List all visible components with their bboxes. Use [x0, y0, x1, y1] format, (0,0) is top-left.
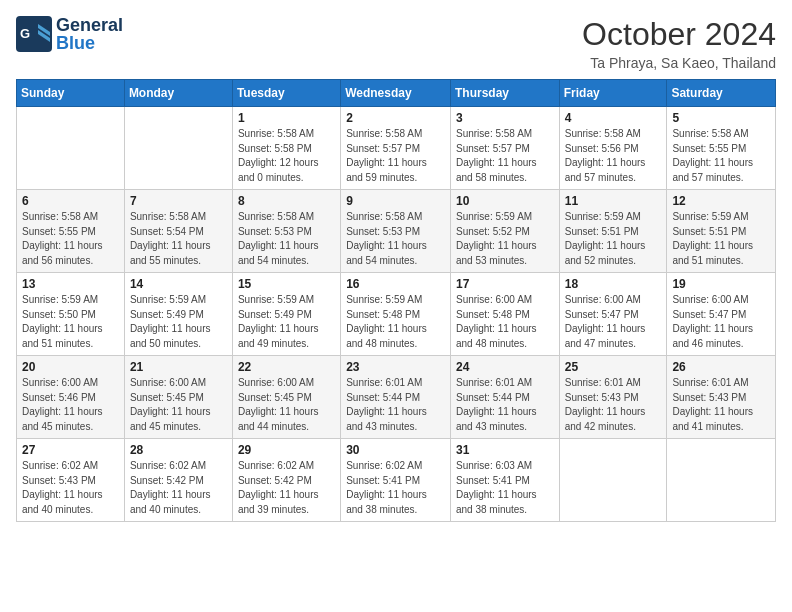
calendar-cell: [559, 439, 667, 522]
weekday-header-saturday: Saturday: [667, 80, 776, 107]
location-subtitle: Ta Phraya, Sa Kaeo, Thailand: [582, 55, 776, 71]
calendar-cell: 23Sunrise: 6:01 AMSunset: 5:44 PMDayligh…: [341, 356, 451, 439]
calendar-cell: 28Sunrise: 6:02 AMSunset: 5:42 PMDayligh…: [124, 439, 232, 522]
calendar-cell: 21Sunrise: 6:00 AMSunset: 5:45 PMDayligh…: [124, 356, 232, 439]
weekday-header-wednesday: Wednesday: [341, 80, 451, 107]
day-number: 15: [238, 277, 335, 291]
day-number: 29: [238, 443, 335, 457]
day-info: Sunrise: 5:59 AMSunset: 5:51 PMDaylight:…: [565, 210, 662, 268]
calendar-cell: 19Sunrise: 6:00 AMSunset: 5:47 PMDayligh…: [667, 273, 776, 356]
calendar-cell: [667, 439, 776, 522]
day-info: Sunrise: 5:58 AMSunset: 5:57 PMDaylight:…: [456, 127, 554, 185]
calendar-cell: 4Sunrise: 5:58 AMSunset: 5:56 PMDaylight…: [559, 107, 667, 190]
calendar-header-row: SundayMondayTuesdayWednesdayThursdayFrid…: [17, 80, 776, 107]
day-number: 17: [456, 277, 554, 291]
calendar-cell: 17Sunrise: 6:00 AMSunset: 5:48 PMDayligh…: [450, 273, 559, 356]
day-number: 7: [130, 194, 227, 208]
day-info: Sunrise: 5:58 AMSunset: 5:53 PMDaylight:…: [238, 210, 335, 268]
calendar-cell: 20Sunrise: 6:00 AMSunset: 5:46 PMDayligh…: [17, 356, 125, 439]
day-number: 1: [238, 111, 335, 125]
day-info: Sunrise: 5:58 AMSunset: 5:56 PMDaylight:…: [565, 127, 662, 185]
day-number: 5: [672, 111, 770, 125]
day-number: 28: [130, 443, 227, 457]
calendar-cell: 3Sunrise: 5:58 AMSunset: 5:57 PMDaylight…: [450, 107, 559, 190]
calendar-cell: 11Sunrise: 5:59 AMSunset: 5:51 PMDayligh…: [559, 190, 667, 273]
calendar-cell: 13Sunrise: 5:59 AMSunset: 5:50 PMDayligh…: [17, 273, 125, 356]
day-info: Sunrise: 6:02 AMSunset: 5:41 PMDaylight:…: [346, 459, 445, 517]
calendar-cell: 30Sunrise: 6:02 AMSunset: 5:41 PMDayligh…: [341, 439, 451, 522]
calendar-cell: 12Sunrise: 5:59 AMSunset: 5:51 PMDayligh…: [667, 190, 776, 273]
day-number: 25: [565, 360, 662, 374]
day-number: 23: [346, 360, 445, 374]
calendar-cell: [17, 107, 125, 190]
day-number: 13: [22, 277, 119, 291]
day-info: Sunrise: 5:58 AMSunset: 5:57 PMDaylight:…: [346, 127, 445, 185]
calendar-cell: 1Sunrise: 5:58 AMSunset: 5:58 PMDaylight…: [232, 107, 340, 190]
month-title: October 2024: [582, 16, 776, 53]
day-info: Sunrise: 5:58 AMSunset: 5:55 PMDaylight:…: [22, 210, 119, 268]
day-info: Sunrise: 5:59 AMSunset: 5:49 PMDaylight:…: [130, 293, 227, 351]
logo-icon: G: [16, 16, 52, 52]
day-info: Sunrise: 5:58 AMSunset: 5:58 PMDaylight:…: [238, 127, 335, 185]
calendar-week-row: 13Sunrise: 5:59 AMSunset: 5:50 PMDayligh…: [17, 273, 776, 356]
day-info: Sunrise: 5:59 AMSunset: 5:50 PMDaylight:…: [22, 293, 119, 351]
calendar-cell: 26Sunrise: 6:01 AMSunset: 5:43 PMDayligh…: [667, 356, 776, 439]
day-number: 6: [22, 194, 119, 208]
day-info: Sunrise: 6:00 AMSunset: 5:47 PMDaylight:…: [565, 293, 662, 351]
calendar-cell: [124, 107, 232, 190]
calendar-cell: 22Sunrise: 6:00 AMSunset: 5:45 PMDayligh…: [232, 356, 340, 439]
day-number: 14: [130, 277, 227, 291]
calendar-cell: 15Sunrise: 5:59 AMSunset: 5:49 PMDayligh…: [232, 273, 340, 356]
calendar-cell: 5Sunrise: 5:58 AMSunset: 5:55 PMDaylight…: [667, 107, 776, 190]
day-number: 30: [346, 443, 445, 457]
day-info: Sunrise: 6:02 AMSunset: 5:42 PMDaylight:…: [238, 459, 335, 517]
day-number: 8: [238, 194, 335, 208]
logo-text-blue: Blue: [56, 34, 123, 52]
calendar-cell: 27Sunrise: 6:02 AMSunset: 5:43 PMDayligh…: [17, 439, 125, 522]
day-info: Sunrise: 6:01 AMSunset: 5:43 PMDaylight:…: [565, 376, 662, 434]
day-number: 22: [238, 360, 335, 374]
calendar-cell: 31Sunrise: 6:03 AMSunset: 5:41 PMDayligh…: [450, 439, 559, 522]
calendar-cell: 8Sunrise: 5:58 AMSunset: 5:53 PMDaylight…: [232, 190, 340, 273]
svg-text:G: G: [20, 26, 30, 41]
day-number: 3: [456, 111, 554, 125]
weekday-header-friday: Friday: [559, 80, 667, 107]
day-info: Sunrise: 5:59 AMSunset: 5:52 PMDaylight:…: [456, 210, 554, 268]
day-number: 16: [346, 277, 445, 291]
day-info: Sunrise: 5:59 AMSunset: 5:49 PMDaylight:…: [238, 293, 335, 351]
calendar-cell: 6Sunrise: 5:58 AMSunset: 5:55 PMDaylight…: [17, 190, 125, 273]
calendar-cell: 9Sunrise: 5:58 AMSunset: 5:53 PMDaylight…: [341, 190, 451, 273]
day-number: 26: [672, 360, 770, 374]
logo: G General Blue: [16, 16, 123, 52]
weekday-header-sunday: Sunday: [17, 80, 125, 107]
day-info: Sunrise: 6:03 AMSunset: 5:41 PMDaylight:…: [456, 459, 554, 517]
day-info: Sunrise: 6:00 AMSunset: 5:45 PMDaylight:…: [130, 376, 227, 434]
day-info: Sunrise: 5:59 AMSunset: 5:51 PMDaylight:…: [672, 210, 770, 268]
calendar-cell: 7Sunrise: 5:58 AMSunset: 5:54 PMDaylight…: [124, 190, 232, 273]
day-number: 27: [22, 443, 119, 457]
day-info: Sunrise: 6:00 AMSunset: 5:46 PMDaylight:…: [22, 376, 119, 434]
day-info: Sunrise: 5:58 AMSunset: 5:53 PMDaylight:…: [346, 210, 445, 268]
calendar-cell: 10Sunrise: 5:59 AMSunset: 5:52 PMDayligh…: [450, 190, 559, 273]
calendar-cell: 29Sunrise: 6:02 AMSunset: 5:42 PMDayligh…: [232, 439, 340, 522]
day-number: 12: [672, 194, 770, 208]
day-number: 9: [346, 194, 445, 208]
logo-text-general: General: [56, 16, 123, 34]
day-number: 31: [456, 443, 554, 457]
day-info: Sunrise: 5:59 AMSunset: 5:48 PMDaylight:…: [346, 293, 445, 351]
day-info: Sunrise: 6:02 AMSunset: 5:43 PMDaylight:…: [22, 459, 119, 517]
calendar-week-row: 20Sunrise: 6:00 AMSunset: 5:46 PMDayligh…: [17, 356, 776, 439]
day-info: Sunrise: 5:58 AMSunset: 5:55 PMDaylight:…: [672, 127, 770, 185]
day-number: 21: [130, 360, 227, 374]
day-number: 19: [672, 277, 770, 291]
weekday-header-tuesday: Tuesday: [232, 80, 340, 107]
day-info: Sunrise: 6:00 AMSunset: 5:45 PMDaylight:…: [238, 376, 335, 434]
calendar-cell: 2Sunrise: 5:58 AMSunset: 5:57 PMDaylight…: [341, 107, 451, 190]
weekday-header-thursday: Thursday: [450, 80, 559, 107]
day-info: Sunrise: 6:02 AMSunset: 5:42 PMDaylight:…: [130, 459, 227, 517]
day-info: Sunrise: 5:58 AMSunset: 5:54 PMDaylight:…: [130, 210, 227, 268]
calendar-week-row: 1Sunrise: 5:58 AMSunset: 5:58 PMDaylight…: [17, 107, 776, 190]
day-info: Sunrise: 6:00 AMSunset: 5:47 PMDaylight:…: [672, 293, 770, 351]
day-number: 18: [565, 277, 662, 291]
day-number: 20: [22, 360, 119, 374]
